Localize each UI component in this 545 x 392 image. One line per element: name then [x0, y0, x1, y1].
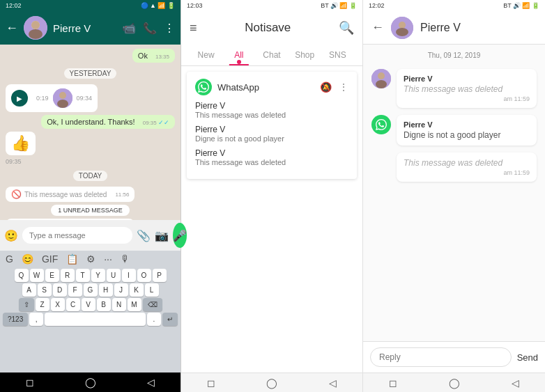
key-k[interactable]: K — [130, 283, 144, 297]
key-f[interactable]: F — [68, 283, 82, 297]
video-call-icon[interactable]: 📹 — [122, 22, 136, 35]
whatsapp-icon — [195, 79, 212, 95]
key-y[interactable]: Y — [91, 269, 105, 282]
key-m[interactable]: M — [128, 298, 141, 311]
key-enter[interactable]: ↵ — [162, 313, 178, 326]
nav-back-icon[interactable]: ◁ — [147, 377, 155, 388]
detail-contact-name: Pierre V — [420, 22, 461, 34]
message-input[interactable] — [22, 227, 132, 244]
nav-circle-icon[interactable]: ◯ — [85, 377, 96, 388]
nav-circle-icon-2[interactable]: ◯ — [266, 377, 277, 389]
tab-all[interactable]: All — [222, 45, 255, 65]
key-x[interactable]: X — [51, 298, 65, 311]
key-b[interactable]: B — [97, 298, 111, 311]
key-s[interactable]: S — [38, 283, 52, 297]
key-j[interactable]: J — [114, 283, 128, 297]
tab-new[interactable]: New — [190, 45, 222, 65]
camera-icon[interactable]: 📷 — [155, 229, 169, 242]
msg-time: 13:35 — [155, 54, 169, 60]
play-button[interactable]: ▶ — [11, 90, 28, 107]
key-c[interactable]: C — [66, 298, 80, 311]
gif-icon[interactable]: GIF — [42, 253, 58, 265]
key-v[interactable]: V — [82, 298, 95, 311]
contact-name-1[interactable]: Pierre V — [53, 22, 116, 34]
notification-list: WhatsApp 🔕 ⋮ Pierre V This message was d… — [181, 66, 362, 373]
svg-point-6 — [57, 100, 68, 108]
audio-message[interactable]: ▶ 0:19 09:34 — [6, 84, 98, 112]
keyboard: G 😊 GIF 📋 ⚙ ··· 🎙 Q W E R T Y U I O P A — [0, 251, 181, 373]
key-shift[interactable]: ⇧ — [19, 298, 34, 311]
key-g[interactable]: G — [84, 283, 98, 297]
detail-reply-bar: Send — [363, 341, 545, 373]
phone-icon[interactable]: 📞 — [143, 22, 157, 35]
tab-chat[interactable]: Chat — [255, 45, 288, 65]
tab-sns[interactable]: SNS — [321, 45, 354, 65]
tab-shop[interactable]: Shop — [289, 45, 321, 65]
nav-square-icon-2[interactable]: ◻ — [207, 377, 215, 389]
msg-sent-thanks: Ok, I understand. Thanks! 09:35 ✓✓ — [41, 115, 175, 129]
sticker-icon[interactable]: 😊 — [22, 253, 33, 265]
more-icon[interactable]: ··· — [104, 253, 112, 265]
notif-item-1[interactable]: Pierre V This message was deleted — [195, 101, 348, 119]
key-row-2: A S D F G H J K L — [3, 283, 178, 297]
key-p[interactable]: P — [153, 269, 167, 282]
menu-icon[interactable]: ≡ — [190, 21, 197, 36]
notif-item-3[interactable]: Pierre V This message was deleted — [195, 148, 348, 166]
key-i[interactable]: I — [122, 269, 136, 282]
key-num[interactable]: ?123 — [3, 313, 28, 326]
notisave-title: Notisave — [197, 21, 339, 35]
key-z[interactable]: Z — [36, 298, 49, 311]
nav-square-icon[interactable]: ◻ — [26, 377, 34, 388]
status-icons-1: 🔵 ▲ 📶 🔋 — [141, 2, 175, 9]
keyboard-toolbar: G 😊 GIF 📋 ⚙ ··· 🎙 — [0, 251, 181, 267]
back-arrow-icon[interactable]: ← — [6, 21, 18, 36]
bottom-nav-2: ◻ ◯ ◁ — [181, 373, 362, 392]
emoji-icon[interactable]: 🙂 — [4, 229, 18, 242]
search-icon[interactable]: 🔍 — [339, 20, 354, 36]
send-button[interactable]: Send — [517, 352, 538, 363]
audio-avatar — [53, 88, 72, 108]
clipboard-icon[interactable]: 📋 — [66, 253, 78, 265]
key-q[interactable]: Q — [15, 269, 29, 282]
nav-square-icon-3[interactable]: ◻ — [389, 377, 397, 389]
detail-text-3: This message was deleted — [404, 158, 530, 168]
key-n[interactable]: N — [112, 298, 126, 311]
key-w[interactable]: W — [30, 269, 44, 282]
key-t[interactable]: T — [76, 269, 90, 282]
notif-sender-2: Pierre V — [195, 125, 348, 134]
status-bar-3: 12:02 BT 🔊 📶 🔋 — [363, 0, 545, 11]
key-h[interactable]: H — [99, 283, 113, 297]
audio-time: 09:34 — [77, 95, 93, 102]
notif-text-1: This message was deleted — [195, 111, 348, 119]
mic-key-icon[interactable]: 🎙 — [121, 253, 130, 265]
attachment-icon[interactable]: 📎 — [137, 229, 151, 242]
key-period[interactable]: . — [147, 313, 161, 326]
nav-back-icon-2[interactable]: ◁ — [329, 377, 337, 389]
nav-circle-icon-3[interactable]: ◯ — [449, 377, 460, 389]
bottom-nav-3: ◻ ◯ ◁ — [363, 373, 545, 392]
key-comma[interactable]: , — [29, 313, 43, 326]
notif-more-icon[interactable]: ⋮ — [339, 81, 348, 93]
notif-card-whatsapp[interactable]: WhatsApp 🔕 ⋮ Pierre V This message was d… — [187, 72, 357, 179]
key-l[interactable]: L — [145, 283, 159, 297]
mic-button[interactable]: 🎤 — [173, 223, 187, 248]
notisave-tabs: New All Chat Shop SNS — [181, 45, 362, 66]
more-options-icon[interactable]: ⋮ — [164, 22, 175, 35]
nav-back-icon-3[interactable]: ◁ — [512, 377, 519, 389]
notif-item-2[interactable]: Pierre V Digne is not a good player — [195, 125, 348, 143]
reply-input[interactable] — [370, 347, 512, 367]
detail-back-arrow[interactable]: ← — [371, 20, 384, 35]
chat-messages: Ok 13:35 YESTERDAY ▶ 0:19 09:34 Ok, I un… — [0, 45, 181, 220]
mute-icon[interactable]: 🔕 — [320, 81, 332, 93]
key-a[interactable]: A — [22, 283, 36, 297]
notif-card-header: WhatsApp 🔕 ⋮ — [195, 79, 348, 95]
key-d[interactable]: D — [53, 283, 67, 297]
key-o[interactable]: O — [137, 269, 151, 282]
key-r[interactable]: R — [61, 269, 75, 282]
key-u[interactable]: U — [107, 269, 121, 282]
key-space[interactable] — [45, 313, 146, 326]
key-backspace[interactable]: ⌫ — [143, 298, 162, 311]
settings-icon[interactable]: ⚙ — [86, 253, 95, 265]
google-icon[interactable]: G — [6, 253, 13, 265]
key-e[interactable]: E — [45, 269, 59, 282]
